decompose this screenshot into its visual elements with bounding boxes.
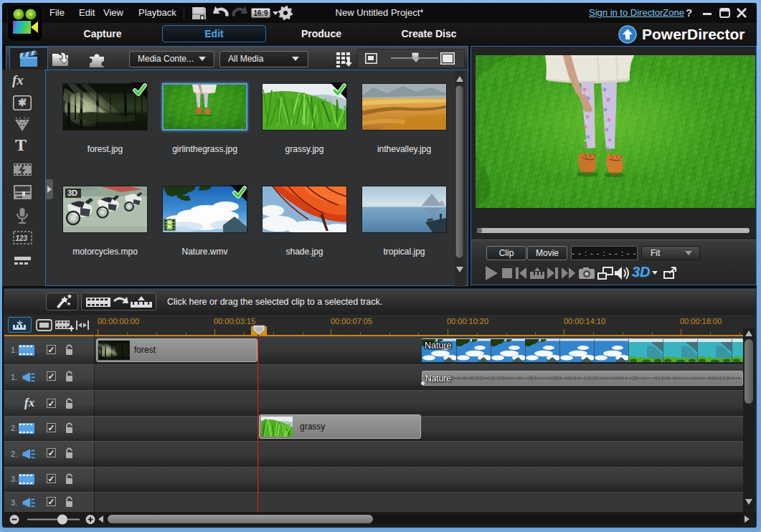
svg-text:123: 123 xyxy=(16,234,28,242)
svg-text:*: * xyxy=(24,97,27,104)
svg-text:3D: 3D xyxy=(67,189,77,197)
